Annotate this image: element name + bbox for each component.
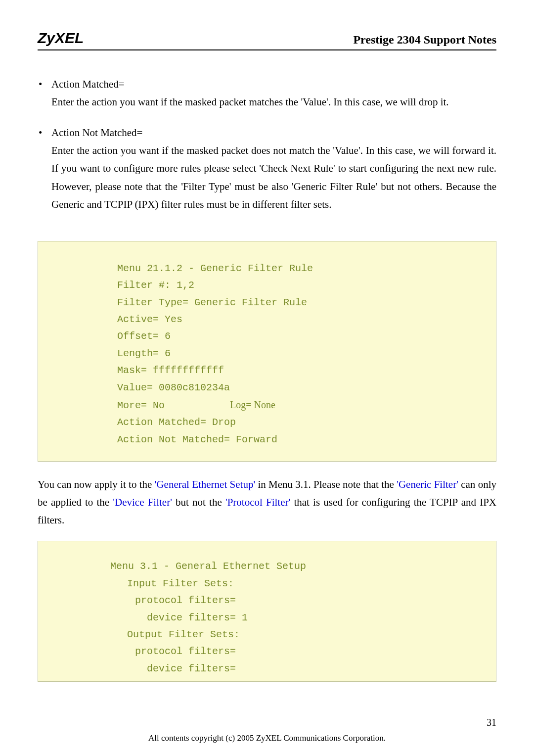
link-general-ethernet-setup[interactable]: 'General Ethernet Setup' bbox=[155, 478, 256, 490]
code-line: protocol filters= bbox=[43, 643, 491, 660]
link-generic-filter[interactable]: 'Generic Filter' bbox=[397, 478, 458, 490]
list-item-body: Enter the action you want if the masked … bbox=[51, 144, 496, 210]
code-block-ethernet-setup: Menu 3.1 - General Ethernet Setup Input … bbox=[38, 541, 496, 682]
code-line: More= No Log= None bbox=[43, 396, 491, 414]
code-line: Mask= ffffffffffff bbox=[43, 362, 491, 379]
code-line: Length= 6 bbox=[43, 345, 491, 362]
code-text-serif: Log= None bbox=[230, 399, 275, 410]
content-area: Action Matched= Enter the action you wan… bbox=[0, 50, 534, 682]
list-item-title: Action Matched= bbox=[51, 78, 125, 90]
code-line: device filters= 1 bbox=[43, 610, 491, 626]
footer-copyright: All contents copyright (c) 2005 ZyXEL Co… bbox=[0, 733, 534, 743]
code-text: More= No bbox=[117, 400, 230, 411]
code-line: protocol filters= bbox=[43, 592, 491, 609]
list-item-body: Enter the action you want if the masked … bbox=[51, 96, 449, 108]
page-header: ZyXEL Prestige 2304 Support Notes bbox=[38, 0, 496, 50]
list-item: Action Matched= Enter the action you wan… bbox=[51, 75, 496, 111]
body-paragraph: You can now apply it to the 'General Eth… bbox=[38, 475, 496, 529]
page-title: Prestige 2304 Support Notes bbox=[353, 33, 496, 47]
code-line: Output Filter Sets: bbox=[43, 626, 491, 643]
code-line: Menu 3.1 - General Ethernet Setup bbox=[43, 558, 491, 575]
text: You can now apply it to the bbox=[38, 478, 155, 490]
page-number: 31 bbox=[487, 717, 496, 728]
code-line: Action Not Matched= Forward bbox=[43, 431, 491, 448]
code-line: Menu 21.1.2 - Generic Filter Rule bbox=[43, 260, 491, 277]
list-item-title: Action Not Matched= bbox=[51, 127, 142, 139]
code-block-filter-rule: Menu 21.1.2 - Generic Filter Rule Filter… bbox=[38, 241, 496, 462]
text: but not the bbox=[172, 496, 225, 508]
link-protocol-filter[interactable]: 'Protocol Filter' bbox=[225, 496, 290, 508]
code-line: Offset= 6 bbox=[43, 328, 491, 345]
code-line: Active= Yes bbox=[43, 311, 491, 328]
code-line: Filter Type= Generic Filter Rule bbox=[43, 294, 491, 311]
link-device-filter[interactable]: 'Device Filter' bbox=[113, 496, 172, 508]
code-line: Action Matched= Drop bbox=[43, 414, 491, 431]
code-line: device filters= bbox=[43, 661, 491, 677]
bullet-list: Action Matched= Enter the action you wan… bbox=[38, 75, 496, 213]
text: in Menu 3.1. Please note that the bbox=[255, 478, 397, 490]
code-line: Value= 0080c810234a bbox=[43, 379, 491, 396]
logo: ZyXEL bbox=[38, 30, 84, 47]
list-item: Action Not Matched= Enter the action you… bbox=[51, 124, 496, 213]
code-line: Filter #: 1,2 bbox=[43, 277, 491, 294]
code-line: Input Filter Sets: bbox=[43, 575, 491, 592]
